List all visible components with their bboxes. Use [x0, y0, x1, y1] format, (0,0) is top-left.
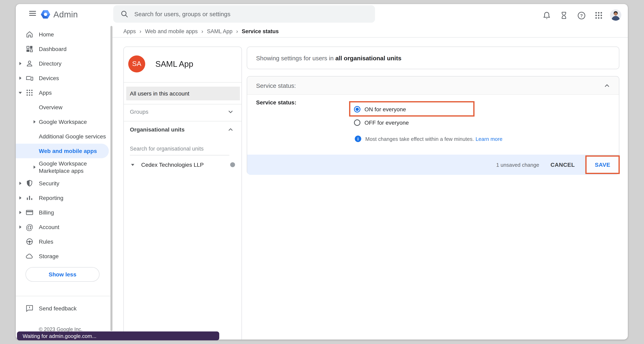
org-search-input[interactable]: [130, 144, 229, 155]
apps-icon: [26, 89, 34, 97]
app-title: SAML App: [155, 60, 193, 69]
groups-label: Groups: [130, 109, 148, 115]
sidebar-item-devices[interactable]: Devices: [16, 71, 110, 85]
org-units-section-toggle[interactable]: Organisational units: [124, 122, 242, 137]
header-divider: [111, 37, 628, 38]
section-header[interactable]: Service status:: [247, 77, 619, 95]
sidebar-item-label: Billing: [39, 209, 54, 216]
menu-icon[interactable]: [26, 11, 39, 18]
sidebar-item-label: Rules: [39, 238, 54, 245]
org-tree-item[interactable]: Cedex Technologies LLP: [124, 159, 242, 171]
save-bar: 1 unsaved change CANCEL SAVE: [247, 155, 619, 175]
sidebar-item-directory[interactable]: Directory: [16, 56, 110, 71]
sidebar-item-label: Reporting: [39, 195, 63, 201]
expand-right-icon: [34, 120, 36, 123]
breadcrumb-item-web-and-mobile-apps[interactable]: Web and mobile apps: [145, 28, 198, 34]
sidebar-item-storage[interactable]: Storage: [16, 249, 110, 263]
breadcrumb-item-service-status: Service status: [242, 28, 279, 34]
sidebar-item-google-workspace[interactable]: Google Workspace: [16, 115, 110, 129]
expand-right-icon: [20, 211, 22, 214]
screen: Admin ?: [0, 0, 644, 344]
sidebar-item-label: Google Workspace Marketplace apps: [39, 160, 100, 174]
search-input[interactable]: [134, 11, 361, 18]
sidebar-item-label: Apps: [39, 90, 52, 96]
send-feedback-label: Send feedback: [39, 305, 77, 312]
expand-down-icon: [18, 92, 22, 94]
chart-icon: [26, 194, 34, 202]
wheel-icon: [26, 238, 34, 246]
show-less-button[interactable]: Show less: [26, 267, 100, 282]
tasks-hourglass-icon[interactable]: [559, 11, 569, 20]
sidebar-item-home[interactable]: Home: [16, 27, 110, 42]
expand-right-icon: [20, 77, 22, 80]
scope-text: Showing settings for users in all organi…: [256, 55, 402, 61]
info-icon: i: [355, 136, 361, 142]
sidebar-item-rules[interactable]: Rules: [16, 234, 110, 249]
groups-section-toggle[interactable]: Groups: [124, 104, 242, 119]
radio-unselected-icon: [354, 119, 360, 126]
sidebar-item-billing[interactable]: Billing: [16, 205, 110, 220]
sidebar-scrollbar[interactable]: [110, 26, 112, 331]
sidebar-item-label: Account: [39, 224, 59, 230]
info-text: Most changes take effect within a few mi…: [365, 136, 474, 142]
radio-option-on-for-everyone[interactable]: ON for everyone: [354, 105, 406, 113]
expand-right-icon: [20, 225, 22, 229]
collapse-chevron-icon: [604, 82, 610, 88]
card-icon: [26, 208, 34, 216]
shield-icon: [26, 179, 34, 187]
radio-option-off-for-everyone[interactable]: OFF for everyone: [354, 119, 409, 127]
sidebar-item-account[interactable]: @Account: [16, 220, 110, 234]
radio-label: OFF for everyone: [364, 119, 409, 126]
breadcrumb-separator: ›: [140, 28, 142, 35]
annotation-box-save: SAVE: [585, 155, 620, 174]
sidebar-item-web-and-mobile-apps[interactable]: Web and mobile apps: [16, 144, 110, 158]
save-button[interactable]: SAVE: [595, 161, 610, 168]
sidebar-item-overview[interactable]: Overview: [16, 100, 110, 115]
breadcrumb-item-apps[interactable]: Apps: [124, 28, 136, 34]
status-text: Waiting for admin.google.com...: [23, 333, 96, 339]
sidebar-item-security[interactable]: Security: [16, 176, 110, 191]
cancel-button[interactable]: CANCEL: [550, 161, 575, 168]
notifications-icon[interactable]: [542, 11, 551, 20]
product-title: Admin: [54, 10, 78, 20]
devices-icon: [26, 74, 34, 82]
scope-banner: Showing settings for users in all organi…: [247, 47, 619, 69]
svg-text:?: ?: [580, 13, 582, 18]
browser-status-toast: Waiting for admin.google.com...: [17, 331, 219, 340]
org-search-field: [130, 144, 229, 155]
expand-right-icon: [20, 62, 22, 65]
breadcrumb-item-saml-app[interactable]: SAML App: [207, 28, 232, 34]
sidebar-divider: [16, 296, 110, 296]
app-panel: SA SAML App All users in this account Gr…: [124, 47, 242, 339]
at-icon: @: [26, 223, 34, 231]
expand-right-icon: [34, 166, 36, 169]
send-feedback-button[interactable]: Send feedback: [16, 301, 110, 316]
learn-more-link[interactable]: Learn more: [476, 136, 502, 142]
sidebar-item-google-workspace-marketplace-apps[interactable]: Google Workspace Marketplace apps: [16, 158, 110, 176]
all-users-row[interactable]: All users in this account: [126, 87, 240, 100]
chevron-down-icon: [228, 109, 234, 115]
org-unit-status-dot[interactable]: [230, 162, 235, 167]
home-icon: [26, 30, 34, 39]
sidebar-item-reporting[interactable]: Reporting: [16, 191, 110, 205]
all-users-label: All users in this account: [130, 90, 189, 97]
avatar[interactable]: [610, 9, 621, 21]
search-icon: [120, 10, 129, 18]
help-icon[interactable]: ?: [576, 11, 586, 20]
sidebar-item-additional-google-services[interactable]: Additional Google services: [16, 129, 110, 144]
sidebar-item-label: Directory: [39, 60, 62, 67]
admin-console-window: Admin ?: [16, 4, 628, 339]
sidebar-item-apps[interactable]: Apps: [16, 85, 110, 100]
apps-grid-icon[interactable]: [594, 11, 604, 20]
admin-logo-icon: [40, 9, 51, 20]
info-row: i Most changes take effect within a few …: [355, 136, 502, 142]
sidebar-item-label: Home: [39, 31, 54, 38]
sidebar-item-label: Devices: [39, 75, 59, 81]
radio-label: ON for everyone: [364, 106, 406, 113]
global-search[interactable]: [113, 5, 375, 23]
expand-right-icon: [20, 182, 22, 185]
person-icon: [26, 60, 34, 68]
scope-strong: all organisational units: [335, 55, 402, 61]
sidebar-item-label: Google Workspace: [39, 119, 87, 125]
sidebar-item-dashboard[interactable]: Dashboard: [16, 42, 110, 56]
